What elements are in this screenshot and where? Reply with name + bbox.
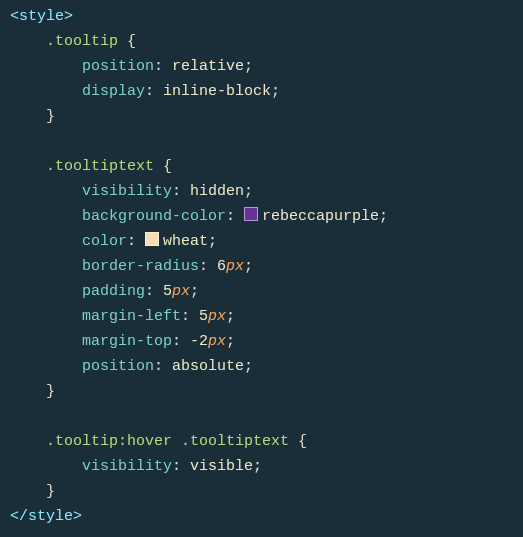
code-line — [0, 404, 523, 429]
code-line: } — [0, 379, 523, 404]
code-line: </style> — [0, 504, 523, 529]
code-line: } — [0, 104, 523, 129]
unit: px — [208, 333, 226, 350]
code-line: border-radius: 6px; — [0, 254, 523, 279]
code-line: <style> — [0, 4, 523, 29]
number: 5 — [163, 283, 172, 300]
style-open-tag: <style> — [10, 8, 73, 25]
prop: position — [82, 358, 154, 375]
unit: px — [226, 258, 244, 275]
color-swatch-icon — [244, 207, 258, 221]
number: 5 — [199, 308, 208, 325]
prop: padding — [82, 283, 145, 300]
code-line: .tooltiptext { — [0, 154, 523, 179]
prop: display — [82, 83, 145, 100]
prop: margin-left — [82, 308, 181, 325]
code-line — [0, 129, 523, 154]
code-line: .tooltip:hover .tooltiptext { — [0, 429, 523, 454]
unit: px — [208, 308, 226, 325]
selector-hover: .tooltip:hover .tooltiptext — [46, 433, 289, 450]
code-line: } — [0, 479, 523, 504]
prop: visibility — [82, 458, 172, 475]
code-line: display: inline-block; — [0, 79, 523, 104]
value: visible — [190, 458, 253, 475]
code-editor[interactable]: <style> .tooltip { position: relative; d… — [0, 4, 523, 529]
value: hidden — [190, 183, 244, 200]
prop: border-radius — [82, 258, 199, 275]
code-line: padding: 5px; — [0, 279, 523, 304]
value: rebeccapurple — [262, 208, 379, 225]
prop: background-color — [82, 208, 226, 225]
prop: visibility — [82, 183, 172, 200]
unit: px — [172, 283, 190, 300]
selector-tooltip: .tooltip — [46, 33, 118, 50]
value: absolute — [172, 358, 244, 375]
code-line: position: absolute; — [0, 354, 523, 379]
code-line: margin-top: -2px; — [0, 329, 523, 354]
color-swatch-icon — [145, 232, 159, 246]
code-line: position: relative; — [0, 54, 523, 79]
code-line: color: wheat; — [0, 229, 523, 254]
code-line: visibility: hidden; — [0, 179, 523, 204]
number: -2 — [190, 333, 208, 350]
code-line: .tooltip { — [0, 29, 523, 54]
selector-tooltiptext: .tooltiptext — [46, 158, 154, 175]
code-line: background-color: rebeccapurple; — [0, 204, 523, 229]
prop: margin-top — [82, 333, 172, 350]
prop: position — [82, 58, 154, 75]
code-line: margin-left: 5px; — [0, 304, 523, 329]
prop: color — [82, 233, 127, 250]
value: wheat — [163, 233, 208, 250]
value: relative — [172, 58, 244, 75]
style-close-tag: </style> — [10, 508, 82, 525]
number: 6 — [217, 258, 226, 275]
code-line: visibility: visible; — [0, 454, 523, 479]
value: inline-block — [163, 83, 271, 100]
